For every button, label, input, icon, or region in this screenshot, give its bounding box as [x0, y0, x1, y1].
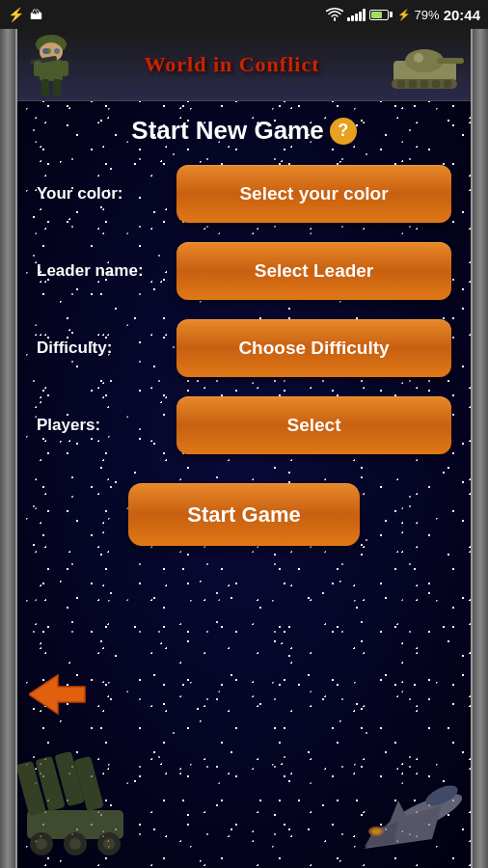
page-title-container: Start New Game ?: [131, 116, 356, 146]
banner-title: World in Conflict: [80, 52, 384, 77]
svg-rect-4: [34, 61, 41, 76]
svg-rect-18: [432, 80, 440, 88]
soldier-svg: [22, 31, 80, 98]
tank-svg: [384, 37, 466, 90]
frame-left: [0, 29, 17, 868]
rocket-launcher-svg: [17, 743, 143, 868]
select-players-button[interactable]: Select: [176, 396, 451, 454]
usb-icon: ⚡: [8, 7, 24, 22]
select-color-button[interactable]: Select your color: [176, 165, 451, 223]
svg-point-32: [103, 838, 115, 850]
svg-rect-7: [53, 79, 61, 96]
svg-rect-6: [41, 79, 49, 96]
back-button[interactable]: [29, 670, 87, 719]
photo-icon: 🏔: [30, 8, 42, 22]
svg-rect-13: [437, 58, 464, 64]
battery-icon: [369, 10, 393, 20]
tank-decoration: [384, 37, 466, 94]
difficulty-row: Difficulty: Choose Difficulty: [37, 319, 451, 377]
corner-decoration-bl: [17, 743, 143, 868]
difficulty-label: Difficulty:: [37, 339, 176, 358]
status-right-icons: ⚡ 79% 20:44: [326, 7, 480, 23]
svg-point-28: [36, 838, 47, 850]
leader-label: Leader name:: [37, 261, 176, 281]
svg-rect-2: [40, 60, 63, 81]
frame-right: [471, 29, 488, 868]
svg-rect-5: [61, 61, 68, 76]
clock: 20:44: [444, 7, 480, 23]
fighter-jet-svg: [336, 743, 471, 868]
help-badge[interactable]: ?: [330, 118, 357, 145]
soldier-decoration: [22, 31, 80, 98]
start-game-button[interactable]: Start Game: [128, 483, 360, 546]
page-title: Start New Game: [131, 116, 323, 146]
back-arrow-icon: [29, 670, 87, 719]
battery-percent: 79%: [415, 8, 440, 22]
status-bar: ⚡ 🏔 ⚡ 79% 20:44: [0, 0, 488, 29]
main-screen: World in Conflict: [0, 29, 488, 868]
charging-icon: ⚡: [397, 9, 411, 21]
signal-icon: [347, 8, 366, 21]
players-label: Players:: [37, 416, 176, 435]
color-row: Your color: Select your color: [37, 165, 451, 223]
svg-point-10: [54, 48, 60, 54]
leader-row: Leader name: Select Leader: [37, 242, 451, 300]
svg-point-20: [414, 53, 423, 63]
svg-rect-16: [409, 80, 417, 88]
choose-difficulty-button[interactable]: Choose Difficulty: [176, 319, 451, 377]
svg-rect-15: [397, 80, 405, 88]
banner: World in Conflict: [17, 29, 471, 101]
svg-rect-19: [444, 80, 451, 88]
color-label: Your color:: [37, 184, 176, 203]
players-row: Players: Select: [37, 396, 451, 454]
svg-rect-17: [420, 80, 428, 88]
select-leader-button[interactable]: Select Leader: [176, 242, 451, 300]
wifi-icon: [326, 8, 343, 21]
svg-point-9: [42, 48, 48, 54]
status-left-icons: ⚡ 🏔: [8, 7, 42, 22]
svg-point-39: [371, 828, 381, 834]
corner-decoration-br: [336, 743, 471, 868]
svg-point-30: [69, 838, 81, 850]
svg-marker-21: [29, 675, 85, 714]
